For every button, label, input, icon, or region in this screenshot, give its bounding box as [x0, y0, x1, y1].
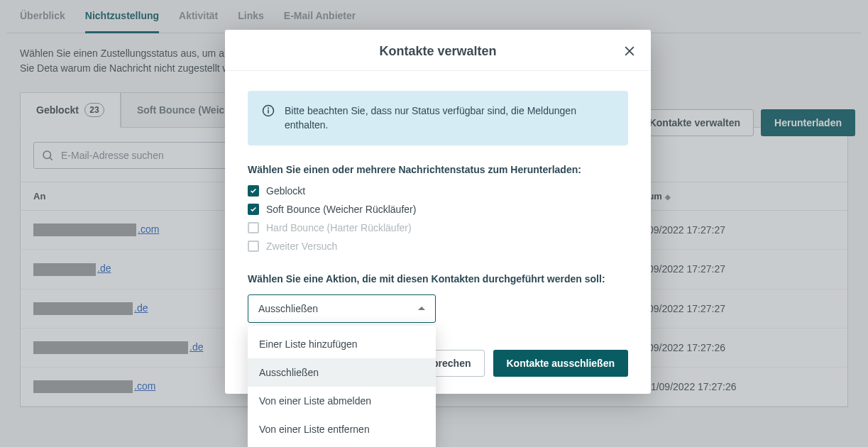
checkbox-label: Geblockt — [266, 185, 305, 197]
action-select-value: Ausschließen — [258, 303, 318, 314]
checkbox-soft[interactable]: Soft Bounce (Weicher Rückläufer) — [248, 204, 628, 215]
manage-contacts-modal: Kontakte verwalten Bitte beachten Sie, d… — [225, 30, 651, 394]
action-section-label: Wählen Sie eine Aktion, die mit diesen K… — [248, 273, 628, 285]
confirm-button[interactable]: Kontakte ausschließen — [493, 350, 629, 377]
option-einer-liste-hinzufügen[interactable]: Einer Liste hinzufügen — [248, 330, 436, 358]
checkbox-hard: Hard Bounce (Harter Rückläufer) — [248, 222, 628, 233]
close-icon[interactable] — [620, 41, 639, 63]
checkbox-label: Hard Bounce (Harter Rückläufer) — [266, 222, 412, 233]
caret-up-icon — [418, 307, 425, 310]
svg-point-6 — [268, 108, 269, 109]
info-banner: Bitte beachten Sie, dass nur Status verf… — [248, 91, 628, 145]
action-dropdown: Einer Liste hinzufügenAusschließenVon ei… — [248, 326, 436, 447]
modal-title: Kontakte verwalten — [379, 44, 496, 59]
checkbox-box — [248, 222, 259, 233]
option-ausschließen[interactable]: Ausschließen — [248, 358, 436, 387]
action-select[interactable]: Ausschließen — [248, 294, 436, 323]
checkbox-geblockt[interactable]: Geblockt — [248, 185, 628, 197]
checkbox-box — [248, 185, 259, 197]
option-von-einer-liste-entfernen[interactable]: Von einer Liste entfernen — [248, 415, 436, 443]
checkbox-box — [248, 241, 259, 252]
status-section-label: Wählen Sie einen oder mehrere Nachrichte… — [248, 164, 628, 175]
checkbox-box — [248, 204, 259, 215]
option-von-einer-liste-abmelden[interactable]: Von einer Liste abmelden — [248, 387, 436, 415]
checkbox-zweiter: Zweiter Versuch — [248, 241, 628, 252]
checkbox-label: Zweiter Versuch — [266, 241, 337, 252]
checkbox-label: Soft Bounce (Weicher Rückläufer) — [266, 204, 416, 215]
info-icon — [262, 104, 275, 117]
